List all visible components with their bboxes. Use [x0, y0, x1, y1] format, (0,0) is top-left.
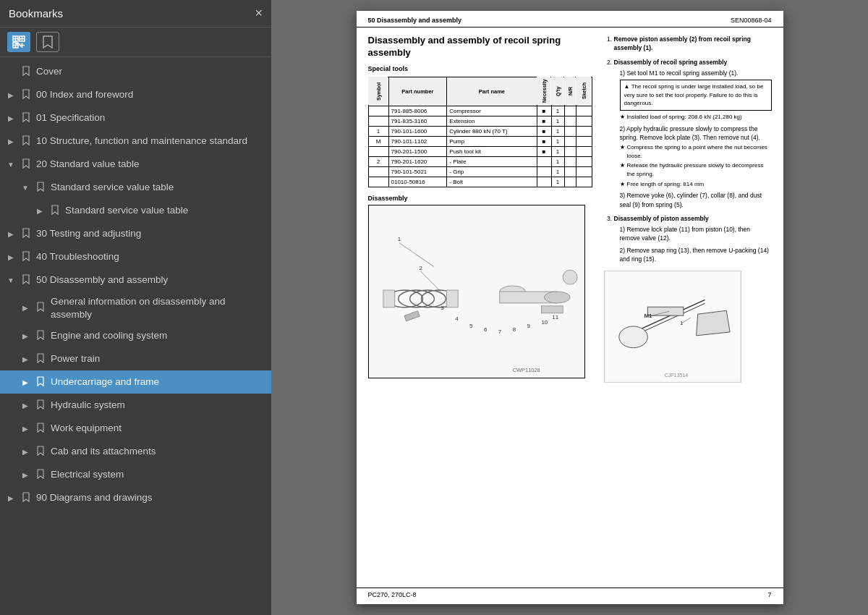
svg-text:11: 11	[552, 314, 558, 321]
sidebar-item-01-spec[interactable]: 01 Specification	[0, 106, 271, 130]
page-container: 50 Disassembly and assembly SEN00868-04 …	[271, 0, 868, 615]
sidebar-item-00-index[interactable]: 00 Index and foreword	[0, 83, 271, 106]
col-partnum: Part number	[388, 77, 447, 106]
bookmark-icon	[19, 66, 33, 78]
sidebar-header: Bookmarks ×	[0, 0, 271, 27]
star-note: ★Free length of spring: 814 mm	[620, 180, 772, 189]
disassembly-diagram: 1 2 3 4 5 6 7 8 9 10 11	[369, 205, 584, 378]
svg-rect-24	[541, 306, 563, 313]
sidebar-item-label: 20 Standard value table	[36, 158, 265, 171]
bookmark-icon	[19, 274, 33, 287]
chevron-icon	[20, 355, 30, 363]
bookmark-icon	[33, 423, 48, 435]
chevron-icon	[6, 276, 16, 284]
bookmark-icon	[33, 376, 48, 389]
table-row: 791-835-3160Extension■1	[368, 116, 592, 126]
svg-text:5: 5	[469, 322, 473, 328]
sidebar-item-20-standard-service-sub[interactable]: Standard service value table	[0, 199, 271, 222]
sidebar-item-label: Undercarriage and frame	[51, 376, 265, 389]
col-sketch: Sketch	[576, 77, 592, 106]
sidebar-item-cover[interactable]: Cover	[0, 60, 271, 83]
chevron-icon	[20, 184, 30, 192]
sidebar-item-50-hydraulic[interactable]: Hydraulic system	[0, 394, 271, 417]
sidebar-item-50-undercarriage[interactable]: Undercarriage and frame	[0, 370, 271, 394]
sidebar-item-label: 01 Specification	[36, 111, 265, 124]
step-item: Remove piston assembly (2) from recoil s…	[614, 35, 772, 53]
table-row: 01010-50816- Bolt1	[368, 177, 592, 187]
expand-all-button[interactable]	[7, 32, 30, 52]
sidebar-item-label: Standard service value table	[51, 181, 265, 194]
tech-diagram: M1 1 CJP13514	[605, 271, 741, 383]
sidebar-item-50-general[interactable]: General information on disassembly and a…	[0, 292, 271, 324]
sidebar-item-label: 40 Troubleshooting	[36, 250, 265, 263]
sidebar-item-20-standard[interactable]: 20 Standard value table	[0, 153, 271, 176]
bookmark-button[interactable]	[36, 32, 59, 52]
sidebar-item-40-trouble[interactable]: 40 Troubleshooting	[0, 245, 271, 268]
sidebar-item-label: 50 Disassembly and assembly	[36, 273, 265, 287]
svg-text:9: 9	[527, 322, 530, 328]
sidebar: Bookmarks ×	[0, 0, 271, 615]
chevron-icon	[20, 425, 30, 433]
sidebar-item-label: 90 Diagrams and drawings	[36, 491, 265, 504]
star-note: ★Compress the spring to a point where th…	[620, 143, 772, 160]
substep-item: 2) Remove snap ring (13), then remove U-…	[620, 246, 772, 264]
svg-text:2: 2	[419, 265, 422, 271]
chevron-icon	[20, 378, 30, 386]
sidebar-item-label: Hydraulic system	[51, 399, 265, 412]
pdf-footer-left: PC270, 270LC-8	[368, 591, 417, 598]
bookmark-icon	[33, 182, 48, 194]
sidebar-item-10-structure[interactable]: 10 Structure, function and maintenance s…	[0, 130, 271, 153]
expand-icon	[12, 35, 25, 48]
sidebar-item-50-work[interactable]: Work equipment	[0, 417, 271, 440]
bookmark-icon	[19, 89, 33, 101]
sidebar-item-50-disassembly[interactable]: 50 Disassembly and assembly	[0, 268, 271, 292]
bookmark-icon	[19, 112, 33, 124]
sidebar-item-50-power[interactable]: Power train	[0, 347, 271, 370]
svg-text:10: 10	[541, 318, 548, 325]
sidebar-item-90-diagrams[interactable]: 90 Diagrams and drawings	[0, 486, 271, 509]
svg-text:CWP11028: CWP11028	[512, 367, 540, 373]
star-note: ★Installed load of spring: 208.6 kN (21,…	[620, 113, 772, 122]
close-button[interactable]: ×	[255, 6, 263, 21]
svg-rect-42	[647, 308, 683, 316]
tech-drawing: M1 1 CJP13514	[604, 271, 741, 383]
substep-item: 3) Remove yoke (6), cylinder (7), collar…	[620, 191, 772, 209]
sidebar-item-label: Electrical system	[51, 468, 265, 481]
bookmark-icon	[33, 446, 48, 458]
sidebar-item-20-standard-service[interactable]: Standard service value table	[0, 176, 271, 199]
table-row: 1790-101-1600Cylinder 880 kN (70 T)■1	[368, 126, 592, 136]
sidebar-toolbar	[0, 27, 271, 57]
sidebar-item-50-electrical[interactable]: Electrical system	[0, 463, 271, 486]
sidebar-item-50-cab[interactable]: Cab and its attachments	[0, 440, 271, 463]
sidebar-item-30-testing[interactable]: 30 Testing and adjusting	[0, 222, 271, 245]
chevron-icon	[20, 471, 30, 479]
sidebar-item-50-engine[interactable]: Engine and cooling system	[0, 324, 271, 347]
bookmark-icon	[19, 492, 33, 504]
substep-item: 2) Apply hydraulic pressure slowly to co…	[620, 124, 772, 189]
chevron-icon	[6, 230, 16, 238]
svg-text:7: 7	[498, 328, 501, 334]
pdf-footer: PC270, 270LC-8 7	[357, 588, 783, 598]
chevron-icon	[6, 161, 16, 169]
svg-point-43	[618, 326, 647, 348]
svg-text:CJP13514: CJP13514	[664, 373, 687, 378]
col-symbol: Symbol	[368, 77, 388, 106]
bookmark-icon	[19, 135, 33, 148]
chevron-icon	[20, 304, 30, 312]
table-row: 790-201-1500Push tool kit■1	[368, 146, 592, 156]
bookmark-icon	[19, 158, 33, 171]
col-necessity: Necessity	[537, 77, 551, 106]
steps-content: Remove piston assembly (2) from recoil s…	[604, 35, 772, 263]
special-tools-table: Symbol Part number Part name Necessity Q…	[368, 77, 592, 187]
pdf-header: 50 Disassembly and assembly SEN00868-04	[357, 11, 783, 27]
sidebar-item-label: Work equipment	[51, 422, 265, 435]
warning-box: ▲ The recoil spring is under large insta…	[620, 80, 772, 111]
sidebar-item-label: 10 Structure, function and maintenance s…	[36, 135, 265, 148]
pdf-body: Disassembly and assembly of recoil sprin…	[357, 27, 783, 396]
pdf-left-column: Disassembly and assembly of recoil sprin…	[368, 35, 592, 389]
bookmark-icon	[33, 469, 48, 481]
svg-rect-20	[383, 290, 394, 308]
pdf-page: 50 Disassembly and assembly SEN00868-04 …	[357, 11, 783, 604]
chevron-icon	[20, 332, 30, 340]
chevron-icon	[20, 448, 30, 456]
